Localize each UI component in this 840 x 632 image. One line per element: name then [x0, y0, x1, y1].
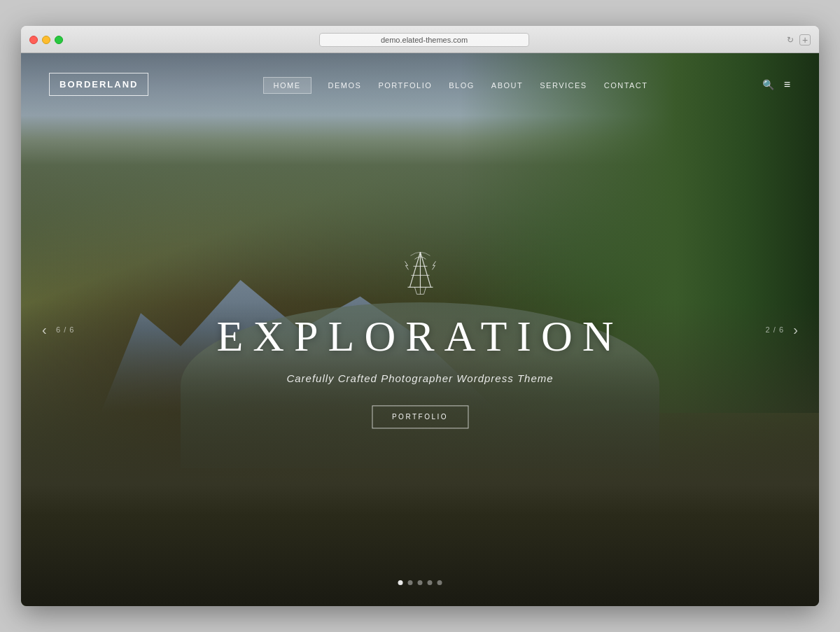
search-icon[interactable]: 🔍 — [762, 79, 774, 90]
slide-counter-left: 6 / 6 — [56, 325, 74, 334]
svg-line-0 — [410, 252, 420, 287]
nav-links: HOME DEMOS PORTFOLIO BLOG ABOUT SERVICES — [263, 78, 648, 91]
nav-item-about[interactable]: ABOUT — [491, 78, 523, 91]
nav-link-about[interactable]: ABOUT — [491, 81, 523, 90]
main-nav: BORDERLAND HOME DEMOS PORTFOLIO BLOG ABO… — [21, 53, 819, 115]
nav-link-portfolio[interactable]: PORTFOLIO — [378, 81, 432, 90]
website-content: BORDERLAND HOME DEMOS PORTFOLIO BLOG ABO… — [21, 53, 819, 606]
dot-5[interactable] — [438, 580, 442, 585]
nav-item-contact[interactable]: CONTACT — [604, 78, 648, 91]
browser-window: demo.elated-themes.com ↻ + BORDERLAND HO… — [21, 26, 819, 606]
hero-content: EXPLORATION Carefully Crafted Photograph… — [216, 248, 623, 428]
svg-line-1 — [420, 252, 430, 287]
nav-item-home[interactable]: HOME — [263, 78, 312, 91]
slide-prev-button[interactable]: ‹ — [42, 322, 47, 338]
dot-3[interactable] — [418, 580, 423, 585]
dot-1[interactable] — [398, 580, 403, 585]
dot-2[interactable] — [408, 580, 413, 585]
slide-counter-right: 2 / 6 — [766, 325, 784, 334]
traffic-light-green[interactable] — [55, 36, 63, 44]
hero-icon — [216, 248, 623, 300]
dot-4[interactable] — [428, 580, 433, 585]
slide-dots — [398, 580, 442, 585]
hero-cta-button[interactable]: PORTFOLIO — [372, 405, 468, 428]
nav-icons: 🔍 ≡ — [762, 78, 791, 91]
nav-item-portfolio[interactable]: PORTFOLIO — [378, 78, 432, 91]
refresh-icon[interactable]: ↻ — [785, 35, 795, 45]
hero-title: EXPLORATION — [216, 311, 623, 361]
nav-item-services[interactable]: SERVICES — [540, 78, 587, 91]
address-bar: demo.elated-themes.com — [70, 33, 778, 47]
new-tab-button[interactable]: + — [799, 34, 811, 45]
nav-link-contact[interactable]: CONTACT — [604, 81, 648, 90]
traffic-light-red[interactable] — [29, 36, 38, 44]
nav-link-demos[interactable]: DEMOS — [328, 81, 362, 90]
traffic-light-yellow[interactable] — [42, 36, 50, 44]
nav-item-demos[interactable]: DEMOS — [328, 78, 362, 91]
nav-item-blog[interactable]: BLOG — [449, 78, 475, 91]
nav-link-blog[interactable]: BLOG — [449, 81, 475, 90]
traffic-lights — [29, 36, 63, 44]
menu-icon[interactable]: ≡ — [784, 78, 791, 91]
hero-subtitle: Carefully Crafted Photographer Wordpress… — [216, 372, 623, 384]
url-display[interactable]: demo.elated-themes.com — [319, 33, 529, 47]
browser-actions: ↻ + — [785, 34, 811, 45]
nav-link-home[interactable]: HOME — [263, 77, 312, 94]
nav-link-services[interactable]: SERVICES — [540, 81, 587, 90]
site-logo[interactable]: BORDERLAND — [49, 73, 148, 96]
slide-next-button[interactable]: › — [793, 322, 798, 338]
browser-chrome: demo.elated-themes.com ↻ + — [21, 26, 819, 53]
